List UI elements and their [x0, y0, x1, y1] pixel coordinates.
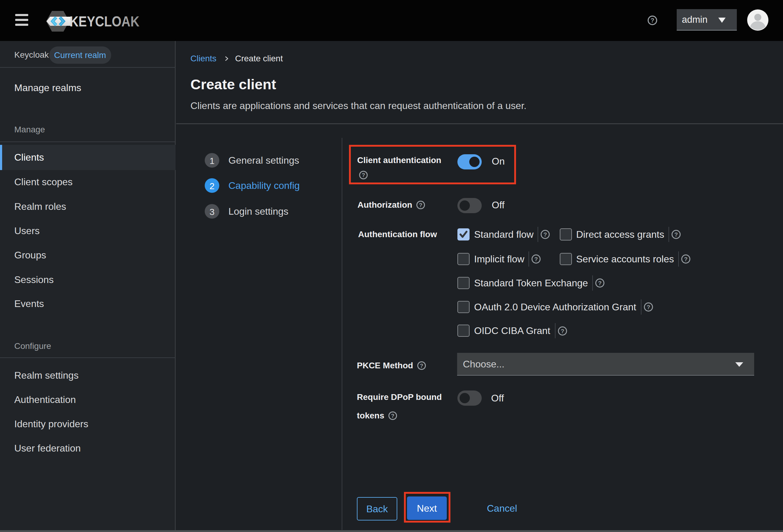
svg-text:?: ?	[598, 280, 602, 286]
svg-text:?: ?	[543, 231, 547, 238]
svg-text:?: ?	[684, 256, 688, 262]
svg-text:?: ?	[561, 328, 564, 334]
svg-text:?: ?	[674, 231, 678, 238]
svg-text:?: ?	[534, 256, 538, 262]
svg-text:?: ?	[391, 413, 395, 419]
svg-text:KEYCLOAK: KEYCLOAK	[69, 13, 139, 29]
svg-text:?: ?	[420, 363, 424, 369]
svg-text:?: ?	[647, 304, 650, 310]
svg-text:?: ?	[419, 202, 422, 208]
svg-text:?: ?	[362, 172, 365, 178]
svg-text:?: ?	[651, 17, 654, 24]
